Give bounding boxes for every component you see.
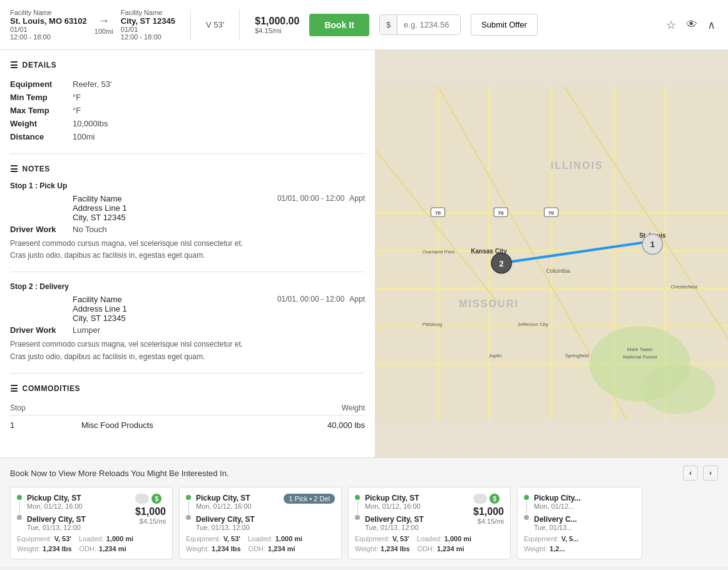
details-section-header: ☰ DETAILS xyxy=(10,60,365,70)
card1-loaded-label: Loaded: xyxy=(79,535,104,542)
card1-weight: Weight: 1,234 lbs xyxy=(17,545,72,552)
card2-loaded-label: Loaded: xyxy=(248,535,273,542)
card1-cities: Pickup City, ST Mon, 01/12, 16:00 Delive… xyxy=(27,494,130,531)
stop2-date-range: 01/01, 00:00 - 12:00 xyxy=(277,295,344,303)
table-row: Max Temp °F xyxy=(10,104,365,117)
card3-weight: Weight: 1,234 lbs xyxy=(355,545,410,552)
stop2-details-row: Facility Name Address Line 1 City, ST 12… xyxy=(10,295,365,323)
card3-equipment-row: Equipment: V, 53' Loaded: 1,000 mi xyxy=(355,535,504,542)
stop2-address-line1: Address Line 1 xyxy=(73,304,272,313)
stop2-driver-label: Driver Work xyxy=(10,325,73,335)
stop1-appt: Appt xyxy=(349,194,365,203)
origin-label: Facility Name xyxy=(10,9,87,16)
dest-date: 01/01 xyxy=(121,26,175,33)
offer-input[interactable] xyxy=(397,15,460,34)
dest-label: Facility Name xyxy=(121,9,175,16)
arrow-icon: → xyxy=(98,14,110,28)
card3-loaded-label: Loaded: xyxy=(417,535,442,542)
hide-button[interactable]: 👁 xyxy=(684,16,700,34)
card2-dot-line xyxy=(188,501,189,514)
submit-offer-button[interactable]: Submit Offer xyxy=(471,14,538,36)
svg-text:Overland Park: Overland Park xyxy=(423,250,455,255)
commodities-icon: ☰ xyxy=(10,384,19,394)
svg-text:MISSOURI: MISSOURI xyxy=(459,298,519,309)
svg-text:70: 70 xyxy=(498,210,504,216)
stop1-driver-val: No Touch xyxy=(73,225,107,234)
card2-pickup-city: Pickup City, ST xyxy=(196,494,279,502)
table-row: 1 Misc Food Products 40,000 lbs xyxy=(10,415,365,435)
card2-eq-equipment: Equipment: V, 53' xyxy=(186,535,240,542)
card3-pickup-city: Pickup City, ST xyxy=(365,494,468,502)
card1-odh-val: 1,234 mi xyxy=(99,545,126,552)
card1-pickup-dot xyxy=(17,495,22,500)
card1-weight-row: Weight: 1,234 lbs ODH: 1,234 mi xyxy=(17,545,166,552)
stop2-driver-val: Lumper xyxy=(73,325,100,335)
reload-card-2[interactable]: Pickup City, ST Mon, 01/12, 16:00 Delive… xyxy=(179,487,342,559)
card1-eq-val: V, 53' xyxy=(54,535,71,542)
dest-block: Facility Name City, ST 12345 01/01 12:00… xyxy=(121,9,175,41)
card1-weight-val: 1,234 lbs xyxy=(43,545,71,552)
card3-odh-val: 1,234 mi xyxy=(437,545,464,552)
collapse-button[interactable]: ∧ xyxy=(705,16,718,34)
svg-text:Columbia: Columbia xyxy=(546,268,570,274)
price-block: $1,000.00 $4.15/mi xyxy=(255,16,299,34)
card4-eq-val: V, 5... xyxy=(561,535,579,542)
stop1-date-range: 01/01, 00:00 - 12:00 xyxy=(277,194,344,203)
detail-value-weight: 10,000lbs xyxy=(73,117,365,130)
card2-equipment-row: Equipment: V, 53' Loaded: 1,000 mi xyxy=(186,535,335,542)
equipment-label: V 53' xyxy=(206,20,224,29)
svg-text:70: 70 xyxy=(435,210,441,216)
card3-odh: ODH: 1,234 mi xyxy=(418,545,464,552)
card3-eq-val: V, 53' xyxy=(392,535,409,542)
reload-card-1[interactable]: Pickup City, ST Mon, 01/12, 16:00 Delive… xyxy=(10,487,173,559)
detail-label-equipment: Equipment xyxy=(10,78,73,91)
card3-badge-dollar: $ xyxy=(490,494,500,504)
origin-block: Facility Name St. Louis, MO 63102 01/01 … xyxy=(10,9,87,41)
book-it-button[interactable]: Book It xyxy=(309,14,369,36)
stop1-address-line1: Address Line 1 xyxy=(73,203,272,213)
card2-loaded: Loaded: 1,000 mi xyxy=(248,535,302,542)
card2-pick-del-badge: 1 Pick • 2 Del xyxy=(284,494,335,504)
origin-date: 01/01 xyxy=(10,26,87,33)
card2-delivery-date: Tue, 01/13, 12:00 xyxy=(196,524,279,531)
left-panel: ☰ DETAILS Equipment Reefer, 53' Min Temp… xyxy=(0,50,376,457)
card1-equipment-row: Equipment: V, 53' Loaded: 1,000 mi xyxy=(17,535,166,542)
card3-eq-equipment: Equipment: V, 53' xyxy=(355,535,409,542)
svg-text:2: 2 xyxy=(499,259,503,268)
card4-pickup-dot xyxy=(524,495,529,500)
card4-delivery-dot xyxy=(524,515,529,520)
bottom-header: Book Now to View More Reloads You Might … xyxy=(10,466,718,481)
dest-time: 12:00 - 18:00 xyxy=(121,33,175,41)
stop2-city: City, ST 12345 xyxy=(73,313,272,323)
card3-price-block: $ $1,000 $4.15/mi xyxy=(473,494,504,525)
card4-equipment-row: Equipment: V, 5... xyxy=(524,535,635,542)
card2-badge-block: 1 Pick • 2 Del xyxy=(284,494,335,503)
card1-price-block: $ $1,000 $4.15/mi xyxy=(135,494,166,525)
stop1-facility: Facility Name xyxy=(73,194,272,203)
commodities-title: COMMODITIES xyxy=(23,384,81,393)
card1-price: $1,000 xyxy=(135,506,166,517)
reload-card-4[interactable]: Pickup City... Mon, 01/12... Delivery C.… xyxy=(517,487,642,559)
card4-eq-equipment: Equipment: V, 5... xyxy=(524,535,578,542)
divider-3 xyxy=(10,373,365,374)
table-row: Distance 100mi xyxy=(10,130,365,143)
svg-text:Joplin: Joplin xyxy=(489,353,502,359)
table-row: Weight 10,000lbs xyxy=(10,117,365,130)
card2-odh-label: ODH: xyxy=(249,545,266,552)
favorite-button[interactable]: ☆ xyxy=(664,16,679,34)
svg-text:Springfield: Springfield xyxy=(565,353,589,359)
card2-pickup-dot xyxy=(186,495,191,500)
stop1-note: Praesent commodo cursus magna, vel scele… xyxy=(10,238,365,262)
table-row: Min Temp °F xyxy=(10,91,365,104)
detail-label-weight: Weight xyxy=(10,117,73,130)
origin-time: 12:00 - 18:00 xyxy=(10,33,87,41)
card1-delivery-dot xyxy=(17,515,22,520)
card3-weight-row: Weight: 1,234 lbs ODH: 1,234 mi xyxy=(355,545,504,552)
reload-card-3[interactable]: Pickup City, ST Mon, 01/12, 16:00 Delive… xyxy=(348,487,511,559)
commodities-section-header: ☰ COMMODITIES xyxy=(10,384,365,394)
card1-badge: $ xyxy=(135,494,166,504)
card3-price: $1,000 xyxy=(473,506,504,517)
next-arrow-button[interactable]: › xyxy=(703,466,718,481)
bottom-title: Book Now to View More Reloads You Might … xyxy=(10,469,229,478)
prev-arrow-button[interactable]: ‹ xyxy=(683,466,698,481)
